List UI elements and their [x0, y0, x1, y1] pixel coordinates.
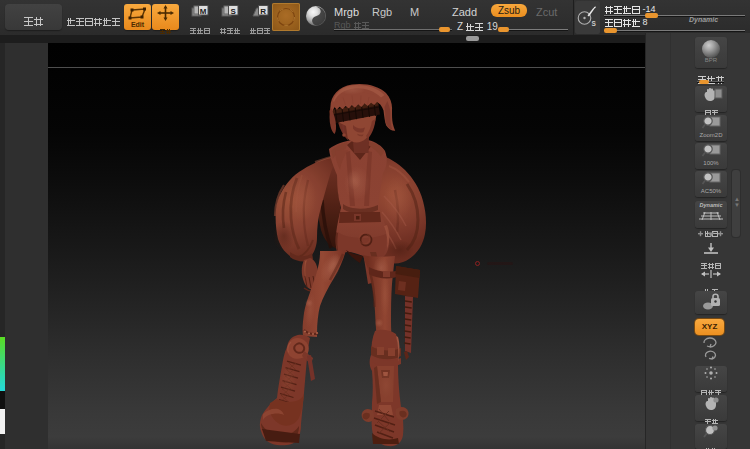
svg-text:Edit: Edit	[131, 21, 145, 28]
svg-text:R: R	[260, 7, 266, 16]
svg-text:M: M	[200, 7, 207, 16]
svg-text:S: S	[592, 20, 597, 27]
svg-text:S: S	[231, 7, 237, 16]
